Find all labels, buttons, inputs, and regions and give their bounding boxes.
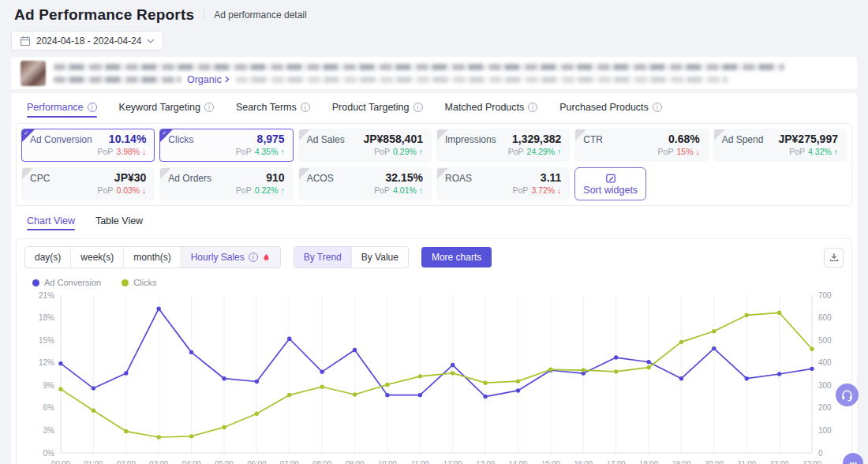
data-point[interactable] <box>124 429 128 433</box>
data-point[interactable] <box>451 363 455 367</box>
segment-week-s-[interactable]: week(s) <box>70 247 123 268</box>
legend-item-clicks[interactable]: Clicks <box>122 278 156 287</box>
metric-card-ad-conversion[interactable]: ✓Ad Conversion10.14%PoP3.98% ↓ <box>21 129 155 162</box>
data-point[interactable] <box>255 412 259 416</box>
data-point[interactable] <box>516 379 520 383</box>
legend-item-ad-conversion[interactable]: Ad Conversion <box>32 278 101 287</box>
data-point[interactable] <box>810 367 814 371</box>
tab-performance[interactable]: Performance <box>27 102 97 116</box>
data-point[interactable] <box>582 368 586 372</box>
metric-card-cpc[interactable]: CPCJP¥30PoP0.03% ↓ <box>21 167 155 200</box>
metric-card-ctr[interactable]: CTR0.68%PoP15% ↓ <box>574 129 708 162</box>
data-point[interactable] <box>614 355 618 359</box>
more-bubble[interactable]: ... <box>843 453 863 464</box>
tab-matched-products[interactable]: Matched Products <box>445 102 538 116</box>
tab-product-targeting[interactable]: Product Targeting <box>332 102 423 116</box>
segment-by-value[interactable]: By Value <box>351 247 408 268</box>
data-point[interactable] <box>255 380 259 384</box>
metric-pop-row: PoP4.32% ↑ <box>722 147 838 156</box>
segment-hourly-sales[interactable]: Hourly Sales <box>181 247 280 268</box>
redacted-text <box>236 77 728 83</box>
data-point[interactable] <box>92 386 95 390</box>
sort-widgets-button[interactable]: Sort widgets <box>574 167 646 200</box>
more-charts-button[interactable]: More charts <box>421 247 492 268</box>
headset-icon <box>840 388 854 402</box>
data-point[interactable] <box>646 360 650 364</box>
data-point[interactable] <box>92 409 95 413</box>
data-point[interactable] <box>189 434 193 438</box>
data-point[interactable] <box>58 387 62 391</box>
data-point[interactable] <box>777 311 781 315</box>
data-point[interactable] <box>353 392 357 396</box>
tab-search-terms[interactable]: Search Terms <box>236 102 310 116</box>
data-point[interactable] <box>483 380 487 384</box>
data-point[interactable] <box>156 435 160 439</box>
metric-pop-row: PoP0.03% ↓ <box>30 185 146 195</box>
data-point[interactable] <box>548 368 552 372</box>
data-point[interactable] <box>679 340 683 344</box>
data-point[interactable] <box>483 395 487 399</box>
segment-by-trend[interactable]: By Trend <box>294 247 351 268</box>
info-icon <box>528 103 537 112</box>
view-tab-chart-view[interactable]: Chart View <box>27 215 75 230</box>
data-point[interactable] <box>451 371 455 375</box>
data-point[interactable] <box>614 369 618 373</box>
metric-card-ad-orders[interactable]: Ad Orders910PoP0.22% ↑ <box>159 167 293 200</box>
pop-label: PoP <box>513 185 529 195</box>
data-point[interactable] <box>712 346 716 350</box>
segment-day-s-[interactable]: day(s) <box>25 247 70 268</box>
metric-value: 0.68% <box>668 133 700 145</box>
support-headset-button[interactable] <box>836 384 859 406</box>
metric-card-ad-spend[interactable]: Ad SpendJP¥275,997PoP4.32% ↑ <box>713 129 847 162</box>
view-tab-table-view[interactable]: Table View <box>95 215 143 230</box>
download-button[interactable] <box>824 248 844 268</box>
metric-value: 1,329,382 <box>512 133 561 145</box>
metric-card-roas[interactable]: ROAS3.11PoP3.72% ↓ <box>436 167 570 200</box>
data-point[interactable] <box>189 350 193 354</box>
data-point[interactable] <box>810 347 814 351</box>
data-point[interactable] <box>124 371 128 375</box>
data-point[interactable] <box>777 372 781 376</box>
svg-text:13:00: 13:00 <box>476 458 495 464</box>
metric-card-ad-sales[interactable]: Ad SalesJP¥858,401PoP0.29% ↑ <box>298 129 432 162</box>
tab-keyword-targeting[interactable]: Keyword Targeting <box>119 102 214 116</box>
metric-card-clicks[interactable]: ✓Clicks8,975PoP4.35% ↑ <box>159 129 293 162</box>
data-point[interactable] <box>320 369 324 373</box>
metric-value: JP¥30 <box>114 171 146 184</box>
data-point[interactable] <box>516 388 520 392</box>
data-point[interactable] <box>156 306 160 310</box>
data-point[interactable] <box>385 393 389 397</box>
tab-purchased-products[interactable]: Purchased Products <box>559 102 662 116</box>
data-point[interactable] <box>320 385 324 389</box>
svg-text:19:00: 19:00 <box>672 458 691 464</box>
data-point[interactable] <box>679 376 683 380</box>
data-point[interactable] <box>745 376 749 380</box>
data-point[interactable] <box>287 393 291 397</box>
data-point[interactable] <box>353 348 357 352</box>
svg-text:200: 200 <box>818 403 832 412</box>
y-axis-left: 0%3%6%9%12%15%18%21% <box>39 291 54 458</box>
svg-text:100: 100 <box>818 426 832 435</box>
data-point[interactable] <box>385 383 389 387</box>
date-range-picker[interactable]: 2024-04-18 - 2024-04-24 <box>11 31 163 51</box>
data-point[interactable] <box>58 361 62 365</box>
metric-value: 3.11 <box>541 171 561 184</box>
chart-panel: day(s)week(s)month(s)Hourly Sales By Tre… <box>16 238 852 464</box>
data-point[interactable] <box>418 374 422 378</box>
metric-row: CTR0.68% <box>583 133 699 145</box>
data-point[interactable] <box>222 376 226 380</box>
data-point[interactable] <box>745 313 749 317</box>
data-point[interactable] <box>287 337 291 341</box>
metric-card-acos[interactable]: ACOS32.15%PoP4.01% ↑ <box>298 167 432 200</box>
data-point[interactable] <box>712 329 716 333</box>
data-point[interactable] <box>646 365 650 369</box>
series-ad-conversion <box>58 306 814 399</box>
organic-link[interactable]: Organic <box>187 74 230 85</box>
data-point[interactable] <box>222 425 226 429</box>
svg-text:0%: 0% <box>43 449 55 458</box>
data-point[interactable] <box>418 393 422 397</box>
segment-month-s-[interactable]: month(s) <box>123 247 180 268</box>
y-axis-right: 0100200300400500600700 <box>818 291 832 458</box>
tab-label: Keyword Targeting <box>119 102 200 113</box>
metric-card-impressions[interactable]: Impressions1,329,382PoP24.29% ↑ <box>436 129 570 162</box>
